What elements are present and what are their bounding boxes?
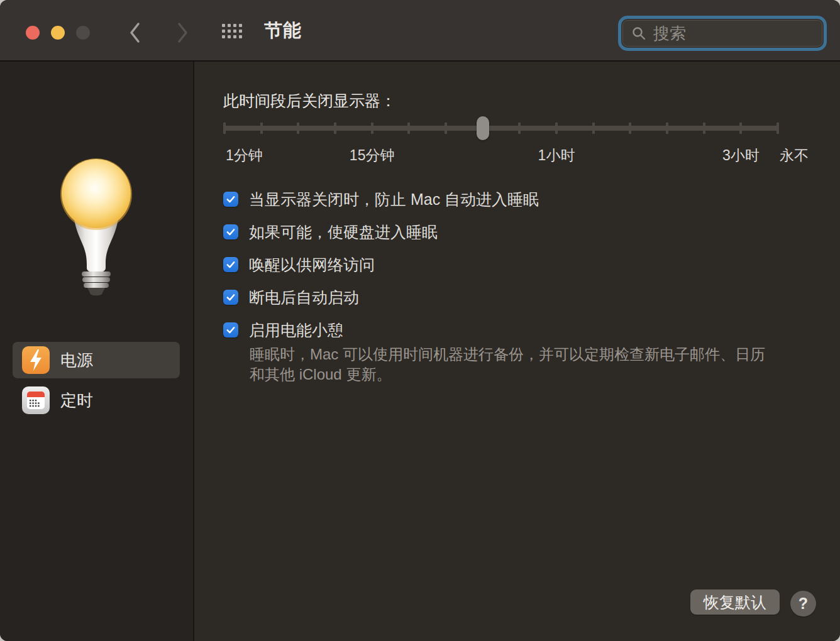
tick-label-15min: 15分钟 <box>350 146 395 165</box>
checkbox-checked[interactable] <box>223 224 238 239</box>
traffic-lights <box>26 26 90 40</box>
search-placeholder: 搜索 <box>653 23 686 45</box>
titlebar: 节能 搜索 <box>0 0 840 62</box>
checkmark-icon <box>225 259 236 270</box>
show-all-preferences-grid-icon[interactable] <box>222 24 242 38</box>
checkmark-icon <box>225 226 236 238</box>
tick-label-1hr: 1小时 <box>538 146 575 165</box>
option-label: 当显示器关闭时，防止 Mac 自动进入睡眠 <box>249 189 539 210</box>
sidebar-item-label: 电源 <box>60 349 93 371</box>
tick-label-3hr: 3小时 <box>722 146 760 165</box>
checkbox-checked[interactable] <box>223 192 238 207</box>
minimize-window-button[interactable] <box>51 26 65 40</box>
help-button[interactable]: ? <box>790 591 816 616</box>
checkbox-checked[interactable] <box>223 290 238 305</box>
option-label: 断电后自动启动 <box>249 287 359 308</box>
schedule-calendar-icon <box>22 386 50 414</box>
main-panel: 此时间段后关闭显示器： 1分钟 15分钟 1小时 3小时 永不 <box>194 62 840 641</box>
chevron-right-icon <box>175 22 189 43</box>
option-restart-after-power-failure[interactable]: 断电后自动启动 <box>223 288 539 307</box>
sidebar-item-schedule[interactable]: 定时 <box>13 382 180 419</box>
checkbox-checked[interactable] <box>223 322 238 337</box>
sidebar: 电源 <box>0 62 194 641</box>
sidebar-menu: 电源 <box>13 342 180 419</box>
checkmark-icon <box>225 194 236 205</box>
checkbox-checked[interactable] <box>223 257 238 272</box>
option-prevent-sleep[interactable]: 当显示器关闭时，防止 Mac 自动进入睡眠 <box>223 190 539 209</box>
chevron-left-icon <box>128 22 142 43</box>
search-icon <box>631 26 646 41</box>
options-list: 当显示器关闭时，防止 Mac 自动进入睡眠 如果可能，使硬盘进入睡眠 <box>223 190 539 339</box>
option-label: 唤醒以供网络访问 <box>249 255 375 275</box>
lightbulb-image <box>53 155 140 298</box>
sidebar-item-label: 定时 <box>60 390 93 412</box>
option-label: 启用电能小憩 <box>249 320 343 341</box>
checkmark-icon <box>225 324 236 336</box>
search-input[interactable]: 搜索 <box>622 20 822 47</box>
tick-label-never: 永不 <box>780 146 809 165</box>
slider-track[interactable] <box>223 126 779 131</box>
option-wake-network[interactable]: 唤醒以供网络访问 <box>223 255 539 274</box>
option-label: 如果可能，使硬盘进入睡眠 <box>249 222 438 243</box>
energy-saver-window: 节能 搜索 <box>0 0 840 641</box>
option-hard-disk-sleep[interactable]: 如果可能，使硬盘进入睡眠 <box>223 222 539 241</box>
page-title: 节能 <box>264 0 302 62</box>
sidebar-item-power[interactable]: 电源 <box>13 342 180 378</box>
checkmark-icon <box>225 292 236 303</box>
tick-label-1min: 1分钟 <box>226 146 263 165</box>
power-bolt-icon <box>22 346 50 374</box>
power-nap-description: 睡眠时，Mac 可以使用时间机器进行备份，并可以定期检查新电子邮件、日历和其他 … <box>250 344 779 385</box>
back-button[interactable] <box>127 21 143 45</box>
close-window-button[interactable] <box>26 26 40 40</box>
display-sleep-slider[interactable] <box>223 116 779 141</box>
display-sleep-label: 此时间段后关闭显示器： <box>223 90 396 111</box>
slider-tick-labels: 1分钟 15分钟 1小时 3小时 永不 <box>223 146 779 163</box>
slider-thumb[interactable] <box>477 116 489 140</box>
search-focus-ring: 搜索 <box>618 16 827 51</box>
zoom-window-button-disabled <box>76 26 90 40</box>
option-power-nap[interactable]: 启用电能小憩 <box>223 320 539 339</box>
restore-defaults-button[interactable]: 恢复默认 <box>690 589 780 615</box>
forward-button-disabled <box>174 21 191 45</box>
